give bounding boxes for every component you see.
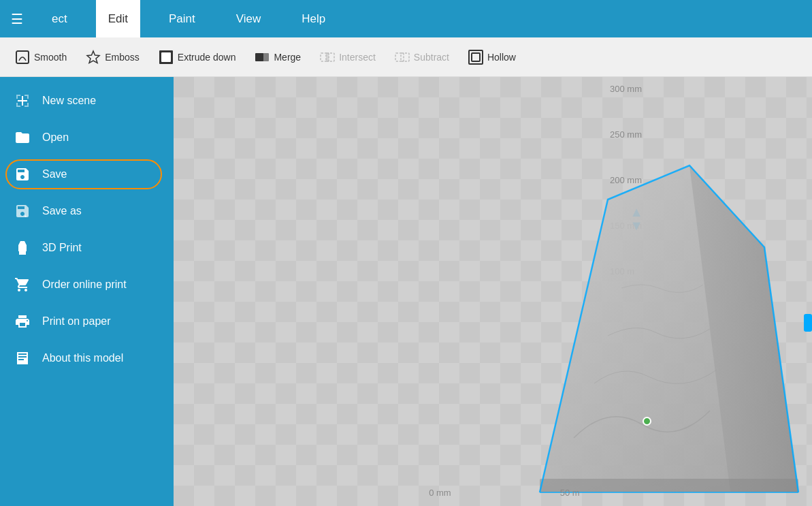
intersect-label: Intersect <box>339 52 376 63</box>
emboss-label: Emboss <box>105 52 140 63</box>
sidebar-item-save[interactable]: Save <box>0 156 174 193</box>
canvas-area[interactable]: 300 mm 250 mm 200 mm 150 mm 100 m ▲ ▼ <box>174 77 812 506</box>
svg-rect-5 <box>261 53 269 61</box>
svg-rect-10 <box>401 53 409 61</box>
toolbar-intersect[interactable]: Intersect <box>312 46 384 69</box>
sidebar-item-order-online[interactable]: Order online print <box>0 266 174 303</box>
tab-paint[interactable]: Paint <box>157 0 208 37</box>
about-model-icon <box>14 349 31 367</box>
toolbar-smooth[interactable]: Smooth <box>7 46 75 69</box>
title-bar: ☰ ect Edit Paint View Help <box>0 0 812 37</box>
3d-print-icon <box>14 239 31 257</box>
extrude-label: Extrude down <box>178 52 236 63</box>
star-icon <box>86 50 101 65</box>
svg-marker-1 <box>87 51 99 63</box>
svg-rect-12 <box>472 53 480 61</box>
tab-view[interactable]: View <box>224 0 274 37</box>
3d-print-label: 3D Print <box>42 242 82 254</box>
sidebar-item-about-model[interactable]: About this model <box>0 340 174 377</box>
new-scene-icon <box>14 92 31 110</box>
save-as-icon: + <box>14 202 31 220</box>
sidebar: New scene Open Save + Save as <box>0 77 174 506</box>
main-layout: New scene Open Save + Save as <box>0 77 812 506</box>
ruler-0mm: 0 mm <box>429 488 451 498</box>
subtract-label: Subtract <box>414 52 449 63</box>
toolbar-emboss[interactable]: Emboss <box>78 46 148 69</box>
hollow-label: Hollow <box>487 52 516 63</box>
open-label: Open <box>42 131 69 144</box>
sidebar-item-print-paper[interactable]: Print on paper <box>0 303 174 340</box>
merge-label: Merge <box>274 52 301 63</box>
tab-edit[interactable]: Edit <box>96 0 140 37</box>
new-scene-label: New scene <box>42 95 96 107</box>
svg-text:+: + <box>24 213 27 219</box>
toolbar-extrude-down[interactable]: Extrude down <box>150 46 244 69</box>
3d-model <box>472 97 812 506</box>
toolbar-hollow[interactable]: Hollow <box>460 46 524 69</box>
smooth-label: Smooth <box>34 52 67 63</box>
merge-icon <box>255 50 270 65</box>
about-model-label: About this model <box>42 352 123 364</box>
bottom-ruler: 0 mm 50 m <box>429 488 579 498</box>
svg-rect-8 <box>326 53 329 61</box>
save-as-label: Save as <box>42 205 82 217</box>
svg-rect-3 <box>161 52 171 62</box>
hamburger-menu[interactable]: ☰ <box>11 11 23 27</box>
intersect-icon <box>320 50 335 65</box>
hollow-icon <box>468 50 483 65</box>
order-online-label: Order online print <box>42 279 127 291</box>
print-paper-label: Print on paper <box>42 315 111 328</box>
green-scale-handle[interactable] <box>643 417 651 426</box>
save-icon <box>14 165 31 183</box>
sidebar-item-3d-print[interactable]: 3D Print <box>0 230 174 266</box>
tab-help[interactable]: Help <box>289 0 338 37</box>
extrude-icon <box>159 50 174 65</box>
save-label: Save <box>42 168 67 180</box>
open-icon <box>14 129 31 146</box>
subtract-icon <box>395 50 410 65</box>
sidebar-item-save-as[interactable]: + Save as <box>0 193 174 230</box>
tab-partial-object[interactable]: ect <box>39 0 80 37</box>
blue-edge-handle[interactable] <box>804 314 812 332</box>
order-online-icon <box>14 276 31 294</box>
smooth-icon <box>15 50 30 65</box>
toolbar-merge[interactable]: Merge <box>246 46 309 69</box>
toolbar: Smooth Emboss Extrude down Merge <box>0 37 812 77</box>
ruler-300: 300 mm <box>610 84 642 94</box>
print-paper-icon <box>14 313 31 330</box>
sidebar-item-open[interactable]: Open <box>0 119 174 156</box>
svg-rect-9 <box>395 53 404 61</box>
sidebar-item-new-scene[interactable]: New scene <box>0 82 174 119</box>
ruler-50m: 50 m <box>560 488 580 498</box>
toolbar-subtract[interactable]: Subtract <box>387 46 457 69</box>
